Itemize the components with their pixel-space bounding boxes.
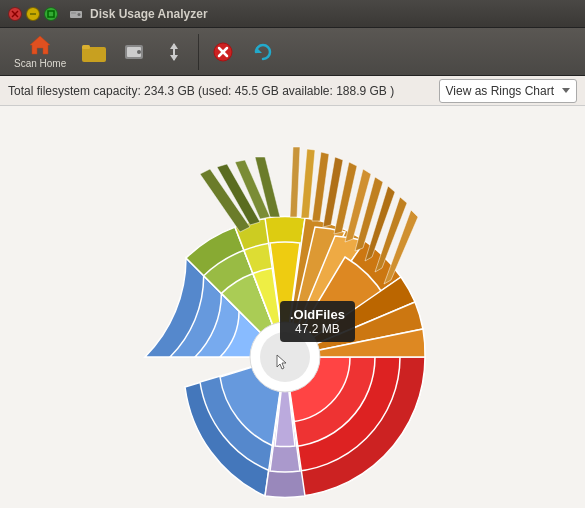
stop-button[interactable] [205, 34, 241, 70]
rings-chart[interactable] [0, 112, 585, 502]
view-dropdown[interactable]: View as Rings Chart [439, 79, 578, 103]
device-icon [122, 41, 146, 63]
toolbar: Scan Home [0, 28, 585, 76]
chart-area: .OldFiles 47.2 MB [0, 106, 585, 508]
svg-rect-10 [82, 45, 90, 49]
refresh-icon [252, 41, 274, 63]
refresh-button[interactable] [245, 34, 281, 70]
statusbar: Total filesystem capacity: 234.3 GB (use… [0, 76, 585, 106]
titlebar: Disk Usage Analyzer [0, 0, 585, 28]
svg-point-13 [137, 50, 141, 54]
maximize-button[interactable] [44, 7, 58, 21]
scan-home-label: Scan Home [14, 58, 66, 69]
svg-marker-7 [30, 36, 50, 54]
stop-icon [212, 41, 234, 63]
filesystem-info: Total filesystem capacity: 234.3 GB (use… [8, 84, 431, 98]
close-button[interactable] [8, 7, 22, 21]
svg-rect-3 [48, 11, 54, 17]
sort-icon [163, 41, 185, 63]
svg-point-23 [260, 332, 310, 382]
window-title: Disk Usage Analyzer [90, 7, 208, 21]
app-icon [68, 6, 84, 22]
view-dropdown-label: View as Rings Chart [446, 84, 555, 98]
svg-point-5 [78, 13, 81, 16]
toolbar-separator [198, 34, 199, 70]
scan-home-button[interactable]: Scan Home [8, 30, 72, 73]
home-icon [28, 34, 52, 56]
folder-icon [81, 41, 107, 63]
scan-folder-button[interactable] [76, 34, 112, 70]
dropdown-arrow-icon [562, 88, 570, 93]
svg-marker-15 [170, 43, 178, 49]
window-controls [8, 7, 58, 21]
sort-button[interactable] [156, 34, 192, 70]
svg-marker-16 [170, 55, 178, 61]
scan-device-button[interactable] [116, 34, 152, 70]
svg-marker-20 [256, 47, 262, 53]
svg-rect-6 [71, 12, 76, 13]
minimize-button[interactable] [26, 7, 40, 21]
